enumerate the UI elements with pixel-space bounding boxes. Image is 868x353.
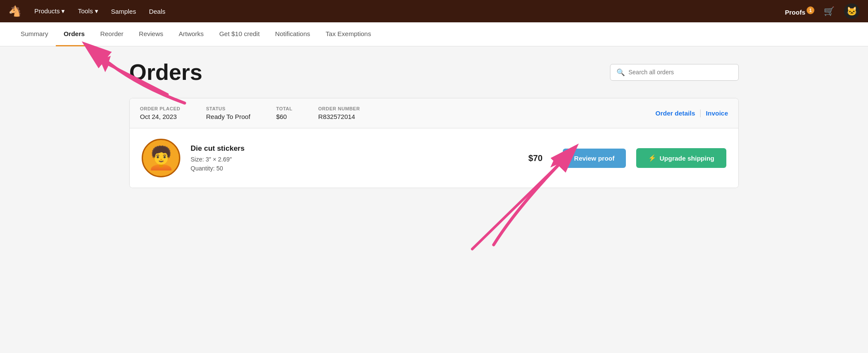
- product-price: $70: [518, 153, 552, 163]
- order-actions: Order details Invoice: [656, 110, 728, 117]
- tab-reviews[interactable]: Reviews: [131, 22, 171, 46]
- search-input[interactable]: [628, 69, 732, 76]
- tab-artworks[interactable]: Artworks: [171, 22, 211, 46]
- order-placed-field: ORDER PLACED Oct 24, 2023: [140, 106, 180, 120]
- upgrade-shipping-button[interactable]: ⚡ Upgrade shipping: [636, 148, 727, 168]
- nav-products[interactable]: Products ▾: [34, 7, 65, 15]
- order-placed-label: ORDER PLACED: [140, 106, 180, 111]
- cart-button[interactable]: 🛒: [824, 6, 835, 16]
- order-total-label: TOTAL: [276, 106, 292, 111]
- order-status-value: Ready To Proof: [206, 113, 250, 120]
- tab-credit[interactable]: Get $10 credit: [212, 22, 267, 46]
- nav-tools[interactable]: Tools ▾: [78, 7, 98, 15]
- svg-marker-1: [100, 60, 109, 72]
- product-avatar: 🧑‍🦱: [142, 139, 180, 177]
- product-quantity: Quantity: 50: [191, 165, 508, 172]
- product-size: Size: 3″ × 2.69″: [191, 155, 508, 165]
- order-total-field: TOTAL $60: [276, 106, 292, 120]
- order-details-link[interactable]: Order details: [656, 110, 695, 117]
- tab-notifications[interactable]: Notifications: [267, 22, 318, 46]
- top-nav: 🐴 Products ▾ Tools ▾ Samples Deals Proof…: [0, 0, 868, 22]
- invoice-link[interactable]: Invoice: [706, 110, 728, 117]
- proofs-button[interactable]: Proofs1: [785, 6, 814, 16]
- order-status-label: STATUS: [206, 106, 250, 111]
- upgrade-shipping-icon: ⚡: [648, 154, 656, 162]
- tab-reorder[interactable]: Reorder: [92, 22, 131, 46]
- main-content: Orders 🔍 ORDER PLACED Oct 24, 2023 STATU…: [112, 46, 756, 304]
- page-header: Orders 🔍: [129, 59, 739, 85]
- order-number-field: ORDER NUMBER R832572014: [318, 106, 360, 120]
- order-header: ORDER PLACED Oct 24, 2023 STATUS Ready T…: [130, 98, 738, 128]
- user-menu-button[interactable]: 🐱: [844, 3, 859, 19]
- search-icon: 🔍: [616, 68, 625, 76]
- order-card: ORDER PLACED Oct 24, 2023 STATUS Ready T…: [129, 98, 739, 188]
- tab-summary[interactable]: Summary: [13, 22, 56, 46]
- upgrade-shipping-label: Upgrade shipping: [660, 155, 715, 162]
- secondary-nav: Summary Orders Reorder Reviews Artworks …: [0, 22, 868, 46]
- svg-marker-2: [100, 56, 111, 67]
- product-info: Die cut stickers Size: 3″ × 2.69″ Quanti…: [191, 144, 508, 172]
- nav-samples[interactable]: Samples: [111, 8, 136, 15]
- logo[interactable]: 🐴: [9, 5, 21, 17]
- page-title: Orders: [129, 59, 203, 85]
- actions-divider: [700, 110, 701, 117]
- nav-deals[interactable]: Deals: [149, 8, 165, 15]
- order-status-field: STATUS Ready To Proof: [206, 106, 250, 120]
- review-proof-button[interactable]: Review proof: [563, 149, 625, 168]
- order-number-value: R832572014: [318, 113, 360, 120]
- search-box: 🔍: [610, 64, 739, 81]
- tab-tax-exemptions[interactable]: Tax Exemptions: [318, 22, 379, 46]
- order-number-label: ORDER NUMBER: [318, 106, 360, 111]
- order-total-value: $60: [276, 113, 292, 120]
- order-placed-value: Oct 24, 2023: [140, 113, 180, 120]
- product-name: Die cut stickers: [191, 144, 508, 153]
- order-item: 🧑‍🦱 Die cut stickers Size: 3″ × 2.69″ Qu…: [130, 128, 738, 188]
- tab-orders[interactable]: Orders: [56, 22, 92, 46]
